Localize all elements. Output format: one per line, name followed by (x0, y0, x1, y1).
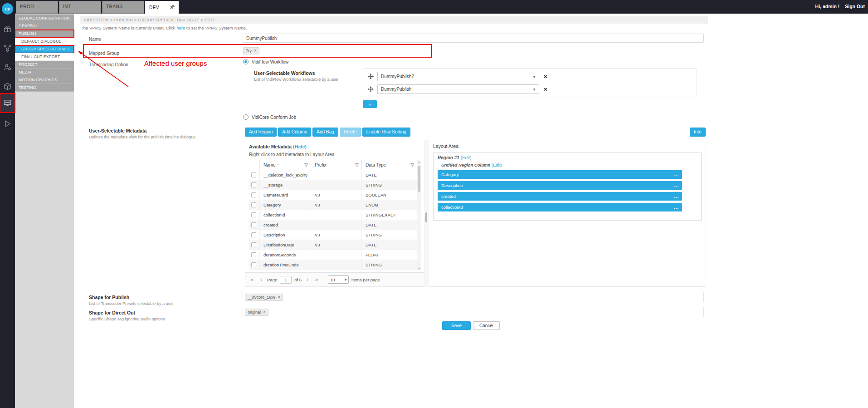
table-row[interactable]: durationSecondsFLOAT (249, 250, 417, 260)
column-header-prefix[interactable]: Prefix (311, 160, 362, 170)
table-row[interactable]: __storageSTRING (249, 180, 417, 190)
scroll-down-icon[interactable]: ▾ (417, 267, 421, 270)
scrollbar-thumb[interactable] (418, 166, 420, 192)
panel-splitter[interactable] (425, 140, 428, 287)
column-edit-link[interactable]: (Edit) (492, 162, 502, 167)
page-size-select[interactable]: 10 ▾ (328, 275, 349, 284)
add-workflow-button[interactable]: + (363, 100, 377, 108)
table-row[interactable]: createdDATE (249, 220, 417, 230)
workflow-dropdown[interactable]: DummyPublish▾ (377, 84, 539, 94)
splitter-handle-icon[interactable] (425, 212, 427, 222)
item-options-icon[interactable]: ... (674, 172, 679, 177)
table-row[interactable]: CameraCardV3BOOLEAN (249, 190, 417, 200)
delete-button[interactable]: Delete (340, 128, 361, 137)
filter-icon[interactable] (410, 163, 414, 167)
remove-tag-icon[interactable]: × (278, 295, 281, 300)
enable-row-sorting-button[interactable]: Enable Row Sorting (362, 128, 410, 137)
layout-item-collectionid[interactable]: collectionId... (438, 203, 682, 211)
configuration-icon[interactable] (0, 93, 15, 113)
cancel-button[interactable]: Cancel (473, 321, 500, 330)
sidebar-item-motion-graphics[interactable]: MOTION GRAPHICS (15, 76, 74, 84)
cp-logo[interactable]: CP (2, 3, 13, 15)
env-tab-int[interactable]: INT (59, 1, 101, 14)
mapped-group-tag[interactable]: Try × (243, 47, 259, 54)
sidebar-item-group-specific-dialo[interactable]: GROUP SPECIFIC DIALO... (15, 45, 74, 53)
vidiflow-radio[interactable] (243, 59, 249, 64)
first-page-button[interactable]: « (249, 276, 255, 283)
info-button[interactable]: Info (690, 128, 706, 137)
env-tab-prod[interactable]: PROD (16, 1, 58, 14)
sidebar-item-publish[interactable]: PUBLISH (15, 30, 74, 38)
item-options-icon[interactable]: ... (674, 183, 679, 188)
table-row[interactable]: __deletion_lock_expiryDATE (249, 170, 417, 180)
item-options-icon[interactable]: ... (674, 194, 679, 199)
filter-icon[interactable] (355, 163, 359, 167)
add-region-button[interactable]: Add Region (245, 128, 277, 137)
region-edit-link[interactable]: (Edit) (461, 155, 472, 160)
row-checkbox[interactable] (251, 242, 256, 247)
move-handle-icon[interactable] (368, 74, 374, 79)
sidebar-item-global-configuration[interactable]: GLOBAL CONFIGURATION (15, 15, 74, 22)
remove-tag-icon[interactable]: × (263, 310, 266, 315)
row-checkbox[interactable] (251, 232, 256, 237)
vidiflow-radio-row[interactable]: VidiFlow Workflow (243, 59, 288, 64)
sidebar-item-media[interactable]: MEDIA (15, 69, 74, 76)
layout-item-category[interactable]: Category... (438, 170, 682, 179)
table-row[interactable]: DistributionDateV3DATE (249, 240, 417, 250)
shape-direct-tag[interactable]: original × (245, 309, 268, 316)
save-button[interactable]: Save (442, 321, 471, 330)
sidebar-item-general[interactable]: GENERAL (15, 22, 74, 30)
table-scrollbar[interactable]: ▴ ▾ (417, 160, 421, 270)
remove-workflow-button[interactable]: × (544, 86, 547, 93)
shape-publish-field[interactable]: __dvcpro_16x9 × (243, 292, 704, 302)
row-checkbox[interactable] (251, 262, 256, 267)
last-page-button[interactable]: » (313, 276, 320, 283)
row-checkbox[interactable] (251, 192, 256, 197)
row-checkbox[interactable] (251, 182, 256, 187)
layout-item-description[interactable]: Description... (438, 181, 682, 190)
sign-out-link[interactable]: Sign Out (845, 4, 865, 9)
player-icon[interactable] (0, 115, 15, 132)
item-options-icon[interactable]: ... (674, 205, 679, 210)
scroll-up-icon[interactable]: ▴ (417, 160, 421, 163)
workflow-icon[interactable] (0, 40, 15, 56)
table-row[interactable]: collectionIdSTRINGEXACT (249, 210, 417, 220)
remove-workflow-button[interactable]: × (544, 73, 547, 80)
notice-here-link[interactable]: here (176, 25, 185, 30)
user-settings-icon[interactable] (0, 59, 15, 75)
chevron-down-icon[interactable]: ▾ (530, 87, 539, 92)
sidebar-item-testing[interactable]: TESTING (15, 84, 74, 92)
row-checkbox[interactable] (251, 202, 256, 207)
column-header-datatype[interactable]: Data Type (362, 160, 417, 170)
add-bag-button[interactable]: Add Bag (312, 128, 338, 137)
name-input[interactable] (243, 34, 704, 43)
env-tab-dev[interactable]: DEV (145, 1, 179, 14)
env-tab-trans[interactable]: TRANS (102, 1, 144, 14)
next-page-button[interactable]: › (304, 276, 311, 283)
sidebar-item-final-cut-export[interactable]: FINAL CUT EXPORT (15, 53, 74, 61)
table-row[interactable]: DescriptionV3STRING (249, 230, 417, 240)
row-checkbox[interactable] (251, 222, 256, 227)
prev-page-button[interactable]: ‹ (258, 276, 264, 283)
row-checkbox[interactable] (251, 252, 256, 257)
hide-link[interactable]: (Hide) (293, 144, 307, 149)
shape-publish-tag[interactable]: __dvcpro_16x9 × (245, 294, 283, 301)
sidebar-item-project[interactable]: PROJECT (15, 61, 74, 69)
page-number-input[interactable] (280, 276, 292, 284)
layout-item-created[interactable]: created... (438, 192, 682, 201)
deployment-icon[interactable] (0, 78, 15, 94)
vidicore-radio-row[interactable]: VidiCore Conform Job (243, 114, 296, 120)
remove-tag-icon[interactable]: × (254, 49, 257, 53)
packages-icon[interactable] (0, 21, 15, 37)
filter-icon[interactable] (304, 163, 308, 167)
table-row[interactable]: durationTimeCodeSTRING (249, 260, 417, 270)
vidicore-radio[interactable] (243, 114, 249, 120)
move-handle-icon[interactable] (368, 86, 374, 92)
add-column-button[interactable]: Add Column (278, 128, 311, 137)
table-row[interactable]: CategoryV3ENUM (249, 200, 417, 210)
row-checkbox[interactable] (251, 212, 256, 217)
row-checkbox[interactable] (251, 172, 256, 177)
chevron-down-icon[interactable]: ▾ (530, 74, 539, 79)
workflow-dropdown[interactable]: DummyPublish2▾ (377, 72, 539, 81)
column-header-name[interactable]: Name ↑ (260, 160, 311, 170)
